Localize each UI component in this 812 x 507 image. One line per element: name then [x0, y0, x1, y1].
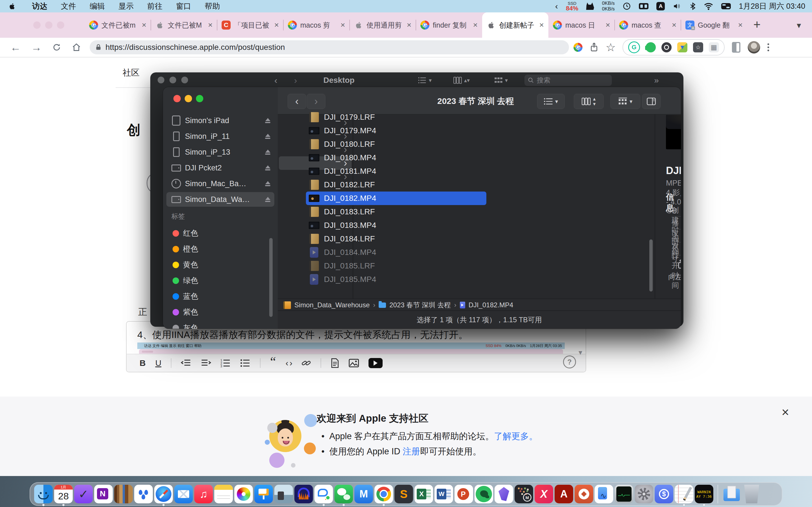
- back-button[interactable]: ←: [10, 41, 21, 54]
- path-item-folder[interactable]: 2023 春节 深圳 去程: [389, 300, 451, 309]
- tab-8[interactable]: Gmacos 查×: [615, 12, 681, 38]
- dock-picard[interactable]: [515, 485, 533, 503]
- dock-warning-clock[interactable]: WARNINAY 7:36: [695, 485, 713, 503]
- file-row-dimmed[interactable]: DJI_0184.MP4: [306, 245, 486, 259]
- dock-downloads[interactable]: [722, 485, 741, 503]
- dock-acrobat[interactable]: A: [555, 485, 573, 503]
- window-minimize-button[interactable]: [45, 21, 52, 29]
- network-speed[interactable]: 0KB/s0KB/s: [602, 1, 615, 11]
- dock-word[interactable]: [435, 485, 453, 503]
- community-nav-label[interactable]: 社区: [123, 67, 140, 78]
- dock-mweb[interactable]: M: [354, 485, 373, 503]
- close-button[interactable]: [173, 95, 181, 102]
- cat-app-icon[interactable]: [586, 3, 594, 10]
- tag-red[interactable]: 红色: [166, 226, 274, 240]
- tab-close-icon[interactable]: ×: [407, 20, 411, 30]
- forward-button[interactable]: →: [31, 41, 42, 54]
- dock-omnifocus[interactable]: ✓: [74, 485, 93, 503]
- menu-go[interactable]: 前往: [140, 1, 169, 11]
- dock-money-app[interactable]: [655, 485, 673, 503]
- document-button[interactable]: [331, 358, 339, 368]
- eject-icon[interactable]: [265, 118, 270, 123]
- tag-orange[interactable]: 橙色: [166, 242, 274, 256]
- apple-logo-icon[interactable]: [8, 2, 16, 10]
- tag-green[interactable]: 绿色: [166, 273, 274, 288]
- share-icon[interactable]: [589, 42, 599, 53]
- dock-ecg-monitor[interactable]: [615, 485, 633, 503]
- input-method-icon[interactable]: A: [656, 2, 665, 10]
- dock-sublime[interactable]: S: [395, 485, 413, 503]
- dock-powerpoint[interactable]: [455, 485, 473, 503]
- finder-forward-button[interactable]: ›: [307, 94, 325, 109]
- sidebar-item-iphone13[interactable]: Simon_iP_13: [166, 145, 274, 159]
- downloader-extension-icon[interactable]: ▼: [677, 42, 688, 52]
- dock-system-settings[interactable]: [635, 485, 653, 503]
- dock-moom[interactable]: [134, 485, 153, 503]
- post-editor[interactable]: 4、使用IINA播放器播放有部分数据的文件，提示文件被系统占用，无法打开。 访达…: [126, 321, 586, 372]
- menu-datetime[interactable]: 1月28日 周六 03:40: [739, 1, 805, 11]
- eject-icon[interactable]: [265, 181, 270, 186]
- finder-window[interactable]: Simon's iPad Simon_iP_11 Simon_iP_13 DJI…: [163, 87, 681, 329]
- dock-notes[interactable]: [214, 485, 233, 503]
- welcome-close-icon[interactable]: ×: [781, 404, 789, 420]
- bg-more-toolbar-button[interactable]: »: [654, 75, 659, 86]
- file-row[interactable]: DJI_0180.MP4: [306, 151, 486, 165]
- path-item-file[interactable]: DJI_0182.MP4: [469, 301, 513, 309]
- dock-excel[interactable]: [414, 485, 433, 503]
- learn-more-link[interactable]: 了解更多。: [494, 431, 538, 441]
- tab-search-chevron[interactable]: ▾: [797, 20, 801, 30]
- tab-close-icon[interactable]: ×: [274, 20, 279, 30]
- dock-calibre[interactable]: [114, 485, 133, 503]
- dock-photos[interactable]: [234, 485, 253, 503]
- dock-onenote[interactable]: [94, 485, 113, 503]
- editor-scroll-hint[interactable]: ▾: [578, 348, 582, 357]
- tab-close-icon[interactable]: ×: [473, 20, 477, 30]
- file-row[interactable]: DJI_0183.LRF: [306, 205, 486, 219]
- menu-finder[interactable]: 访达: [26, 1, 54, 11]
- underline-button[interactable]: U: [155, 358, 161, 368]
- new-tab-button[interactable]: +: [753, 17, 761, 32]
- sidebar-item-ipad[interactable]: Simon's iPad: [166, 113, 274, 128]
- bg-minimize-button[interactable]: [169, 76, 176, 83]
- bg-columnview-button[interactable]: ▴▾: [453, 75, 470, 86]
- bold-button[interactable]: B: [140, 358, 146, 368]
- tab-close-icon[interactable]: ×: [606, 20, 610, 30]
- url-bar[interactable]: https://discussionschinese.apple.com/pos…: [90, 40, 569, 54]
- tab-2[interactable]: C「项目已被×: [217, 12, 283, 38]
- tab-4[interactable]: 使用通用剪×: [350, 12, 416, 38]
- ordered-list-button[interactable]: 123: [220, 359, 231, 367]
- tab-close-icon[interactable]: ×: [341, 20, 345, 30]
- file-row[interactable]: DJI_0179.MP4: [306, 124, 486, 137]
- dock-music[interactable]: ♫: [194, 485, 213, 503]
- image-button[interactable]: [349, 358, 359, 368]
- tab-6-active[interactable]: 创建新帖子×: [482, 12, 548, 38]
- profile-avatar[interactable]: [748, 41, 760, 54]
- indent-button[interactable]: [201, 359, 211, 367]
- window-zoom-button[interactable]: [57, 21, 64, 29]
- tag-purple[interactable]: 紫色: [166, 305, 274, 320]
- new-folder-button[interactable]: [678, 94, 681, 108]
- bg-forward-button[interactable]: ›: [294, 75, 297, 86]
- minimize-button[interactable]: [185, 95, 192, 102]
- help-button[interactable]: ?: [563, 355, 576, 369]
- menu-help[interactable]: 帮助: [198, 1, 227, 11]
- url-text[interactable]: https://discussionschinese.apple.com/pos…: [105, 43, 285, 52]
- evernote-extension-icon[interactable]: [646, 42, 656, 52]
- listview-button[interactable]: ▾: [537, 94, 565, 109]
- eject-icon[interactable]: [265, 134, 270, 139]
- zoom-button[interactable]: [196, 95, 203, 102]
- bg-zoom-button[interactable]: [181, 76, 188, 83]
- finder-back-button[interactable]: ‹: [288, 94, 306, 109]
- tab-close-icon[interactable]: ×: [672, 20, 676, 30]
- window-close-button[interactable]: [33, 21, 41, 29]
- grammarly-extension-icon[interactable]: G: [628, 41, 640, 53]
- bullet-list-button[interactable]: [240, 359, 250, 367]
- tag-blue[interactable]: 蓝色: [166, 289, 274, 304]
- dock-shottr[interactable]: [574, 485, 593, 503]
- sidepanel-icon[interactable]: [732, 42, 741, 53]
- chrome-menu-icon[interactable]: [767, 43, 769, 51]
- rotate-left-button[interactable]: 向左旋转: [661, 258, 681, 282]
- reload-button[interactable]: [52, 43, 61, 52]
- tab-9[interactable]: 文Google 翻×: [681, 12, 747, 38]
- columnview-button[interactable]: ▴▾: [574, 94, 604, 109]
